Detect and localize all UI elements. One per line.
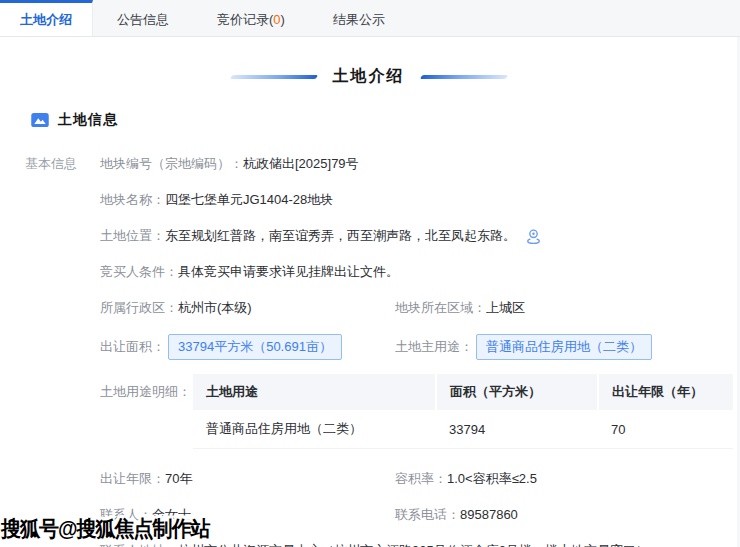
map-location-icon[interactable] <box>526 228 541 244</box>
col-header-use: 土地用途 <box>193 374 436 410</box>
tab-bar: 土地介绍 公告信息 竞价记录(0) 结果公示 <box>0 0 740 37</box>
field-admin-region: 所属行政区： 杭州市(本级) <box>100 298 395 318</box>
tenure-value: 70年 <box>165 469 192 489</box>
tab-land-intro[interactable]: 土地介绍 <box>0 0 93 36</box>
field-main-use: 土地主用途： 普通商品住房用地（二类） <box>395 334 733 360</box>
land-info-section-header: 土地信息 <box>31 111 737 129</box>
basic-info-block: 基本信息 地块编号（宗地编码）： 杭政储出[2025]79号 地块名称： 四堡七… <box>0 154 737 547</box>
col-header-tenure: 出让年限（年） <box>598 374 733 410</box>
tab-bid-record-bracket-right: ) <box>281 12 285 27</box>
field-area: 出让面积： 33794平方米（50.691亩） <box>100 334 395 360</box>
table-header-row: 土地用途 面积（平方米） 出让年限（年） <box>193 374 733 410</box>
bidder-condition-value: 具体竞买申请要求详见挂牌出让文件。 <box>178 262 399 282</box>
basic-info-label: 基本信息 <box>25 156 77 171</box>
section-title: 土地信息 <box>58 111 118 129</box>
admin-region-value: 杭州市(本级) <box>178 298 252 318</box>
side-column: 基本信息 <box>0 154 100 547</box>
title-decor-left <box>229 75 317 79</box>
parcel-code-value: 杭政储出[2025]79号 <box>243 154 359 174</box>
tab-bid-record[interactable]: 竞价记录(0) <box>193 0 309 36</box>
tab-announcement[interactable]: 公告信息 <box>93 0 193 36</box>
tab-result-publicity[interactable]: 结果公示 <box>309 0 409 36</box>
parcel-name-value: 四堡七堡单元JG1404-28地块 <box>165 190 333 210</box>
row-tenure-ratio: 出让年限： 70年 容积率： 1.0<容积率≤2.5 <box>100 469 733 489</box>
col-header-area: 面积（平方米） <box>436 374 598 410</box>
field-tenure: 出让年限： 70年 <box>100 469 395 489</box>
field-parcel-code: 地块编号（宗地编码）： 杭政储出[2025]79号 <box>100 154 733 174</box>
plot-ratio-value: 1.0<容积率≤2.5 <box>447 469 537 489</box>
fields-column: 地块编号（宗地编码）： 杭政储出[2025]79号 地块名称： 四堡七堡单元JG… <box>100 154 737 547</box>
cell-tenure: 70 <box>598 410 733 449</box>
title-decor-right <box>419 75 507 79</box>
parcel-code-label: 地块编号（宗地编码）： <box>100 154 243 174</box>
field-bidder-condition: 竞买人条件： 具体竞买申请要求详见挂牌出让文件。 <box>100 262 733 282</box>
page-title: 土地介绍 <box>333 66 405 87</box>
main-use-label: 土地主用途： <box>395 337 473 357</box>
main-use-value-tag[interactable]: 普通商品住房用地（二类） <box>476 334 652 360</box>
land-image-icon <box>31 113 49 127</box>
district-label: 地块所在区域： <box>395 298 486 318</box>
tenure-label: 出让年限： <box>100 469 165 489</box>
tab-bid-record-count: 0 <box>273 12 280 27</box>
contact-phone-label: 联系电话： <box>395 505 460 525</box>
field-plot-ratio: 容积率： 1.0<容积率≤2.5 <box>395 469 733 489</box>
row-area-use: 出让面积： 33794平方米（50.691亩） 土地主用途： 普通商品住房用地（… <box>100 334 733 360</box>
admin-region-label: 所属行政区： <box>100 298 178 318</box>
land-intro-panel: 土地介绍 土地信息 基本信息 地块编号（宗地编码）： 杭政储出[2025]79号… <box>0 37 737 547</box>
use-detail-label: 土地用途明细： <box>100 374 191 449</box>
district-value: 上城区 <box>486 298 525 318</box>
location-label: 土地位置： <box>100 226 165 246</box>
field-parcel-name: 地块名称： 四堡七堡单元JG1404-28地块 <box>100 190 733 210</box>
contact-address-value: 杭州市公共资源交易中心（杭州市之江路925号临江金座2号楼一楼土地交易窗口） <box>178 541 649 547</box>
plot-ratio-label: 容积率： <box>395 469 447 489</box>
cell-area: 33794 <box>436 410 598 449</box>
location-value: 东至规划红普路，南至谊秀弄，西至潮声路，北至凤起东路。 <box>165 226 516 246</box>
tab-bid-record-label: 竞价记录 <box>217 11 269 29</box>
field-contact-phone: 联系电话： 89587860 <box>395 505 733 525</box>
land-use-table: 土地用途 面积（平方米） 出让年限（年） 普通商品住房用地（二类） 33794 … <box>193 374 733 449</box>
page-title-row: 土地介绍 <box>0 66 737 87</box>
field-location: 土地位置： 东至规划红普路，南至谊秀弄，西至潮声路，北至凤起东路。 <box>100 226 733 246</box>
bidder-condition-label: 竞买人条件： <box>100 262 178 282</box>
area-value-tag[interactable]: 33794平方米（50.691亩） <box>168 334 342 360</box>
cell-use: 普通商品住房用地（二类） <box>193 410 436 449</box>
area-label: 出让面积： <box>100 337 165 357</box>
sohu-watermark: 搜狐号@搜狐焦点制作站 <box>1 514 210 543</box>
use-detail-block: 土地用途明细： 土地用途 面积（平方米） 出让年限（年） 普通商品住房用地（二类… <box>100 374 733 449</box>
field-district: 地块所在区域： 上城区 <box>395 298 733 318</box>
contact-phone-value: 89587860 <box>460 505 518 525</box>
table-row: 普通商品住房用地（二类） 33794 70 <box>193 410 733 449</box>
parcel-name-label: 地块名称： <box>100 190 165 210</box>
row-region: 所属行政区： 杭州市(本级) 地块所在区域： 上城区 <box>100 298 733 318</box>
